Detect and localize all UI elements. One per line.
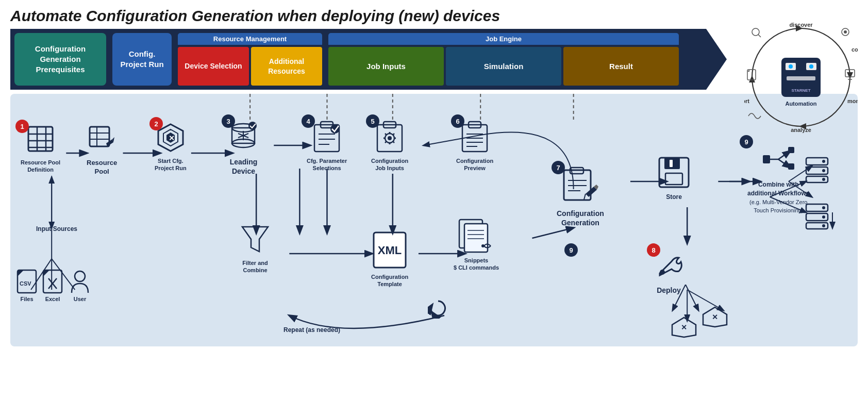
svg-rect-138 xyxy=(787,76,815,80)
resource-pool-icon xyxy=(88,125,116,157)
svg-point-146 xyxy=(844,30,847,34)
resource-pool-def-label: Resource PoolDefinition xyxy=(21,159,60,174)
svg-point-114 xyxy=(822,169,825,172)
deploy-label: Deploy xyxy=(657,286,681,294)
svg-point-143 xyxy=(752,28,759,36)
cfg-preview-icon xyxy=(459,120,490,155)
node-excel: Excel xyxy=(42,269,63,302)
svg-point-66 xyxy=(388,136,392,140)
badge-1: 1 xyxy=(15,120,29,133)
cfg-preview-label: ConfigurationPreview xyxy=(456,157,493,172)
node-store: Store xyxy=(657,156,691,201)
additional-resources-box: Additional Resources xyxy=(251,47,322,86)
resource-pool-label: ResourcePool xyxy=(87,159,117,176)
svg-line-144 xyxy=(758,35,761,37)
svg-point-115 xyxy=(822,178,825,181)
config-project-label: Config. Project Run xyxy=(116,49,168,70)
node-files: CSV Files xyxy=(16,269,37,302)
svg-line-128 xyxy=(686,285,698,310)
cfg-generation-label: ConfigurationGeneration xyxy=(557,209,604,227)
node-resource-pool: ResourcePool xyxy=(87,125,117,176)
svg-point-55 xyxy=(248,122,257,130)
svg-point-140 xyxy=(809,64,813,69)
combine-label: Combine withadditional Workflows(e.g. Mu… xyxy=(747,180,809,215)
user-label: User xyxy=(74,296,86,302)
node-cfg-generation: 7 ConfigurationGeneration xyxy=(557,166,604,227)
svg-point-119 xyxy=(822,206,825,209)
xml-template-icon: XML xyxy=(372,230,408,271)
node-user: User xyxy=(70,269,90,302)
svg-point-121 xyxy=(822,224,825,227)
node-network-device-1: ✕ xyxy=(701,305,729,330)
badge-8: 8 xyxy=(647,243,660,257)
badge-4: 4 xyxy=(302,114,315,128)
svg-point-113 xyxy=(822,160,825,163)
cfg-param-icon xyxy=(311,120,342,155)
svg-text:✕: ✕ xyxy=(712,313,718,321)
store-label: Store xyxy=(666,193,682,201)
svg-text:CSV: CSV xyxy=(20,280,31,287)
files-label: Files xyxy=(20,296,33,302)
repeat-label: Repeat (as needed) xyxy=(283,326,340,334)
job-engine-section: Job Engine Job Inputs Simulation Result xyxy=(328,33,679,86)
node-cfg-param: 4 Cfg. ParameterSelections xyxy=(307,120,347,172)
start-cfg-label: Start Cfg.Project Run xyxy=(155,157,187,172)
node-snippets-cli: Snippets$ CLI commands xyxy=(454,218,499,272)
robot-section: discover configure monitor analyze repor… xyxy=(744,21,858,134)
filter-icon xyxy=(240,223,271,258)
filter-combine-label: Filter andCombine xyxy=(242,259,268,274)
svg-rect-97 xyxy=(665,173,682,185)
resource-mgmt-items: Device Selection Additional Resources xyxy=(178,47,322,86)
svg-text:✕: ✕ xyxy=(169,134,175,142)
cfg-job-inputs-icon xyxy=(374,120,405,155)
header-section: Configuration Generation Prerequisites C… xyxy=(10,29,858,90)
svg-rect-84 xyxy=(464,224,488,252)
resource-pool-def-icon xyxy=(26,125,55,157)
simulation-box: Simulation xyxy=(446,47,561,86)
snippets-label: Snippets$ CLI commands xyxy=(454,257,499,272)
svg-point-88 xyxy=(481,244,485,247)
node-leading-device: 3 LeadingDevice xyxy=(227,120,260,176)
svg-rect-108 xyxy=(788,147,794,153)
svg-rect-98 xyxy=(670,160,673,167)
prereq-box: Configuration Generation Prerequisites xyxy=(14,33,106,86)
snippets-icon xyxy=(457,218,496,256)
files-icon: CSV xyxy=(16,269,37,296)
prereq-label: Configuration Generation Prerequisites xyxy=(19,44,102,75)
cfg-template-label: ConfigurationTemplate xyxy=(371,273,408,288)
svg-point-139 xyxy=(789,64,793,69)
main-container: Automate Configuration Generation when d… xyxy=(0,0,868,399)
node-network-device-2: ✕ xyxy=(670,315,698,341)
svg-line-71 xyxy=(385,134,387,135)
node-cfg-job-inputs: 5 ConfigurationJob xyxy=(371,120,408,172)
svg-line-74 xyxy=(385,141,387,143)
job-engine-header: Job Engine xyxy=(328,33,679,45)
input-sources-label: Input Sources xyxy=(21,225,93,232)
svg-marker-62 xyxy=(242,227,268,252)
svg-text:✕: ✕ xyxy=(681,323,687,331)
excel-icon xyxy=(42,269,63,296)
svg-point-44 xyxy=(75,271,85,281)
cfg-job-inputs-label: ConfigurationJob Inputs xyxy=(371,157,408,172)
store-icon xyxy=(657,156,691,191)
badge-9-below-cfg-gen: 9 xyxy=(564,243,578,257)
leading-device-label: LeadingDevice xyxy=(230,157,258,176)
node-start-cfg: 2 ✕ Start Cfg.Project Run xyxy=(155,122,187,172)
badge-6: 6 xyxy=(451,114,464,128)
repeat-icon xyxy=(428,298,448,321)
node-filter-combine: Filter andCombine xyxy=(240,223,271,274)
node-server-1 xyxy=(804,156,830,186)
resource-mgmt-header: Resource Management xyxy=(178,33,322,45)
svg-text:analyze: analyze xyxy=(791,127,811,133)
svg-rect-109 xyxy=(788,163,794,170)
main-title: Automate Configuration Generation when d… xyxy=(0,0,868,29)
svg-text:STARNET: STARNET xyxy=(791,88,810,93)
svg-point-99 xyxy=(660,270,665,275)
result-box: Result xyxy=(563,47,679,86)
node-cfg-template: XML ConfigurationTemplate xyxy=(371,230,408,288)
cfg-param-label: Cfg. ParameterSelections xyxy=(307,157,347,172)
cfg-generation-icon xyxy=(561,166,599,207)
badge-5: 5 xyxy=(366,114,379,128)
badge-3: 3 xyxy=(222,114,235,128)
svg-line-10 xyxy=(532,228,573,238)
